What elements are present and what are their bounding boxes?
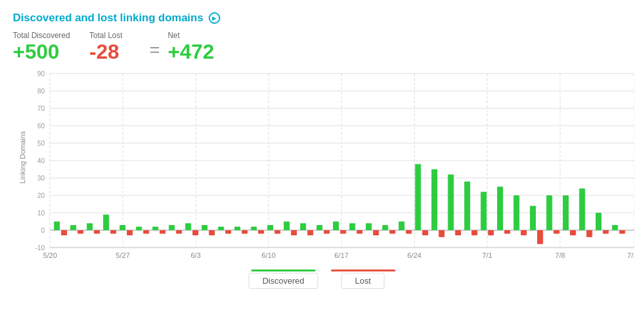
svg-rect-45 [87,223,93,230]
svg-rect-100 [537,230,543,244]
svg-text:40: 40 [37,157,45,164]
svg-rect-98 [521,230,527,235]
svg-rect-68 [274,230,280,233]
discovered-label: Discovered [249,273,317,289]
page-title: Discovered and lost linking domains [13,12,204,25]
svg-rect-54 [160,230,166,233]
net-label: Net [167,31,214,40]
svg-rect-49 [120,225,126,230]
net-value: +472 [167,41,214,62]
stats-row: Total Discovered +500 Total Lost -28 = N… [13,31,631,62]
legend-lost: Lost [331,270,395,289]
svg-rect-51 [136,227,142,230]
svg-text:-10: -10 [35,244,45,251]
svg-rect-96 [504,230,510,233]
chart-svg: 90 80 70 60 50 40 30 20 10 0 -10 [30,67,634,267]
svg-rect-57 [185,223,191,230]
svg-rect-84 [406,230,412,233]
svg-rect-91 [464,181,470,230]
svg-rect-81 [382,225,388,230]
svg-rect-103 [563,195,569,230]
svg-rect-66 [258,230,264,233]
svg-rect-70 [291,230,297,235]
svg-rect-43 [70,225,76,230]
svg-text:6/24: 6/24 [408,251,422,259]
svg-text:7/8: 7/8 [555,251,565,259]
total-lost-label: Total Lost [90,31,122,40]
svg-rect-48 [110,230,116,233]
svg-text:0: 0 [41,227,45,234]
lost-line [331,270,395,271]
svg-rect-55 [169,225,175,230]
svg-rect-74 [324,230,330,233]
svg-rect-105 [579,188,585,230]
svg-text:7/1: 7/1 [482,251,493,259]
svg-text:5/20: 5/20 [43,251,57,259]
svg-rect-67 [267,225,273,230]
svg-rect-77 [350,223,355,230]
svg-rect-52 [143,230,149,233]
svg-rect-104 [570,230,576,235]
svg-rect-79 [366,223,372,230]
main-container: Discovered and lost linking domains ► To… [0,0,644,295]
legend-row: Discovered Lost [13,270,631,289]
svg-rect-65 [251,227,257,230]
svg-rect-89 [448,175,453,230]
total-discovered-label: Total Discovered [13,31,70,40]
svg-text:7/15: 7/15 [627,251,634,259]
svg-rect-106 [587,230,592,237]
svg-rect-61 [218,227,224,230]
svg-rect-56 [176,230,182,233]
svg-rect-76 [340,230,346,233]
svg-rect-41 [54,222,60,231]
info-icon[interactable]: ► [209,12,220,24]
total-discovered-block: Total Discovered +500 [13,31,70,62]
svg-rect-59 [202,225,207,230]
svg-text:80: 80 [37,88,45,95]
svg-text:6/3: 6/3 [191,251,201,259]
svg-rect-102 [554,230,560,233]
svg-rect-94 [488,230,494,235]
equals-sign: = [142,40,167,62]
svg-rect-73 [317,225,323,230]
svg-rect-99 [530,206,536,230]
svg-rect-83 [399,222,404,231]
total-discovered-value: +500 [13,41,70,62]
svg-rect-101 [546,195,552,230]
svg-rect-108 [603,230,609,233]
svg-text:70: 70 [37,105,45,112]
svg-rect-109 [612,225,618,230]
svg-rect-110 [620,230,625,233]
title-row: Discovered and lost linking domains ► [13,12,631,25]
svg-text:6/10: 6/10 [261,251,276,259]
svg-text:30: 30 [37,175,45,182]
svg-rect-47 [103,215,109,230]
svg-rect-90 [455,230,461,235]
svg-rect-60 [209,230,214,235]
svg-text:10: 10 [37,210,45,217]
svg-rect-71 [300,223,306,230]
discovered-line [251,270,316,271]
svg-text:60: 60 [37,123,45,130]
svg-rect-107 [596,213,601,230]
svg-rect-63 [234,227,240,230]
y-axis-label: Linking Domains [19,131,26,183]
svg-rect-64 [242,230,247,233]
svg-rect-85 [415,164,421,230]
lost-label: Lost [341,273,384,289]
svg-rect-93 [480,192,486,230]
svg-rect-58 [193,230,198,235]
legend-discovered: Discovered [249,270,317,289]
svg-rect-69 [284,222,290,231]
svg-rect-62 [225,230,231,233]
svg-rect-86 [422,230,428,235]
svg-rect-42 [61,230,67,235]
svg-rect-95 [497,187,503,231]
svg-rect-72 [307,230,313,235]
svg-text:90: 90 [37,70,45,77]
svg-text:50: 50 [37,140,45,147]
total-lost-value: -28 [90,41,122,62]
svg-rect-53 [153,227,158,230]
svg-text:6/17: 6/17 [334,251,348,259]
svg-rect-75 [333,222,339,231]
